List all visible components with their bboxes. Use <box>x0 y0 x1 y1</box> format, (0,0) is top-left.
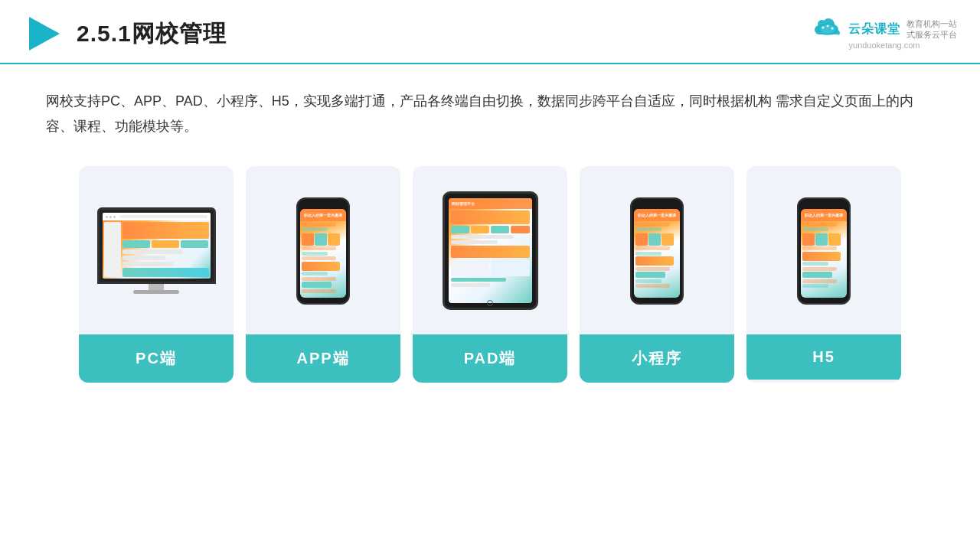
card-h5: 职达人的第一堂兴趣课 <box>746 166 901 383</box>
card-pc: PC端 <box>79 166 234 383</box>
card-miniprogram-label: 小程序 <box>580 334 734 383</box>
card-app-label: APP端 <box>246 334 400 383</box>
page-header: 2.5.1网校管理 云朵课堂 教育机构一站 式服务云平台 yunduoketan… <box>0 0 980 64</box>
pc-mockup <box>97 207 216 294</box>
card-app: 职达人的第一堂兴趣课 <box>246 166 400 383</box>
card-pc-label: PC端 <box>79 334 234 383</box>
card-pad-image: 网校管理平台 <box>413 166 567 334</box>
brand-name: 云朵课堂 <box>848 21 900 37</box>
card-h5-label: H5 <box>746 334 901 380</box>
brand-url: yunduoketang.com <box>849 41 920 50</box>
cloud-icon <box>812 18 844 41</box>
logo-arrow-icon <box>23 14 63 54</box>
card-pad: 网校管理平台 <box>413 166 567 383</box>
phone-mockup-app: 职达人的第一堂兴趣课 <box>296 197 350 305</box>
phone-mockup-miniprogram: 职达人的第一堂兴趣课 <box>630 197 684 305</box>
description-text: 网校支持PC、APP、PAD、小程序、H5，实现多端打通，产品各终端自由切换，数… <box>0 64 980 148</box>
brand-sub-line1: 教育机构一站 <box>906 18 957 29</box>
brand-logo: 云朵课堂 教育机构一站 式服务云平台 <box>812 18 957 41</box>
phone-mockup-h5: 职达人的第一堂兴趣课 <box>797 197 851 305</box>
card-miniprogram: 职达人的第一堂兴趣课 <box>580 166 734 383</box>
page-title: 2.5.1网校管理 <box>77 18 227 50</box>
card-pc-image <box>79 166 234 334</box>
card-app-image: 职达人的第一堂兴趣课 <box>246 166 400 334</box>
card-miniprogram-image: 职达人的第一堂兴趣课 <box>580 166 734 334</box>
brand-sub-line2: 式服务云平台 <box>906 29 957 40</box>
svg-point-5 <box>831 28 834 30</box>
cards-container: PC端 职达人的第一堂兴趣课 <box>0 148 980 406</box>
svg-marker-0 <box>29 17 60 51</box>
header-brand: 云朵课堂 教育机构一站 式服务云平台 yunduoketang.com <box>812 18 957 50</box>
svg-point-3 <box>822 27 825 29</box>
header-left: 2.5.1网校管理 <box>23 14 227 54</box>
tablet-mockup: 网校管理平台 <box>443 191 538 310</box>
card-pad-label: PAD端 <box>413 334 567 383</box>
svg-point-4 <box>827 25 829 28</box>
card-h5-image: 职达人的第一堂兴趣课 <box>746 166 901 334</box>
